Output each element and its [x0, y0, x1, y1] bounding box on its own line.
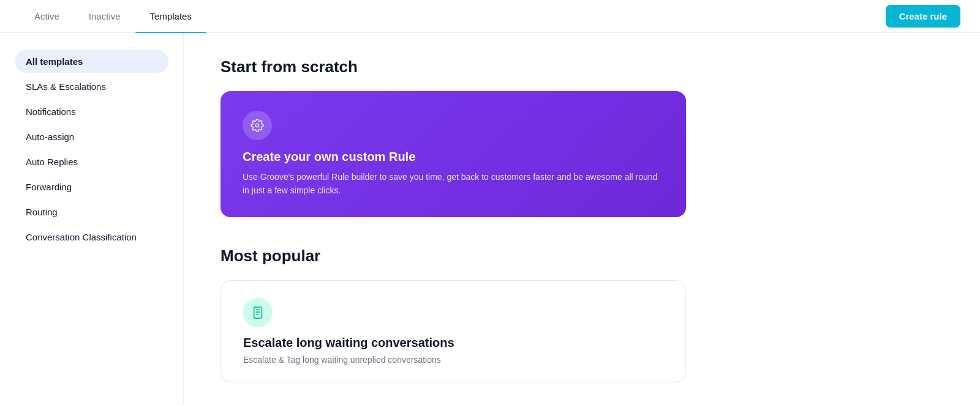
custom-rule-description: Use Groove's powerful Rule builder to sa… — [243, 170, 664, 198]
sidebar: All templates SLAs & Escalations Notific… — [0, 33, 184, 405]
tab-inactive[interactable]: Inactive — [74, 0, 135, 32]
main-layout: All templates SLAs & Escalations Notific… — [0, 33, 980, 405]
top-nav: Active Inactive Templates Create rule — [0, 0, 980, 33]
sidebar-item-auto-assign[interactable]: Auto-assign — [15, 125, 168, 148]
sidebar-item-conversation-classification[interactable]: Conversation Classification — [15, 226, 168, 248]
sidebar-item-notifications[interactable]: Notifications — [15, 100, 168, 123]
popular-card-title-0: Escalate long waiting conversations — [243, 336, 663, 350]
sidebar-item-all-templates[interactable]: All templates — [15, 50, 168, 73]
svg-rect-0 — [254, 307, 262, 318]
sidebar-item-slas-escalations[interactable]: SLAs & Escalations — [15, 75, 168, 98]
popular-card-0[interactable]: Escalate long waiting conversations Esca… — [221, 280, 686, 382]
tab-bar: Active Inactive Templates — [20, 0, 206, 32]
scratch-section-title: Start from scratch — [221, 58, 943, 76]
popular-section-title: Most popular — [221, 247, 943, 266]
popular-card-desc-0: Escalate & Tag long waiting unreplied co… — [243, 355, 663, 365]
sidebar-item-auto-replies[interactable]: Auto Replies — [15, 150, 168, 173]
sidebar-item-routing[interactable]: Routing — [15, 201, 168, 223]
custom-rule-card[interactable]: Create your own custom Rule Use Groove's… — [221, 91, 686, 217]
custom-rule-title: Create your own custom Rule — [243, 150, 664, 164]
gear-icon — [251, 119, 264, 132]
tab-templates[interactable]: Templates — [135, 0, 206, 32]
popular-card-icon-wrap — [243, 298, 273, 327]
main-content: Start from scratch Create your own custo… — [184, 33, 980, 405]
tab-active[interactable]: Active — [20, 0, 74, 32]
sidebar-item-forwarding[interactable]: Forwarding — [15, 176, 168, 198]
custom-rule-icon-wrap — [243, 111, 272, 140]
doc-icon — [251, 306, 265, 319]
create-rule-button[interactable]: Create rule — [886, 5, 960, 28]
